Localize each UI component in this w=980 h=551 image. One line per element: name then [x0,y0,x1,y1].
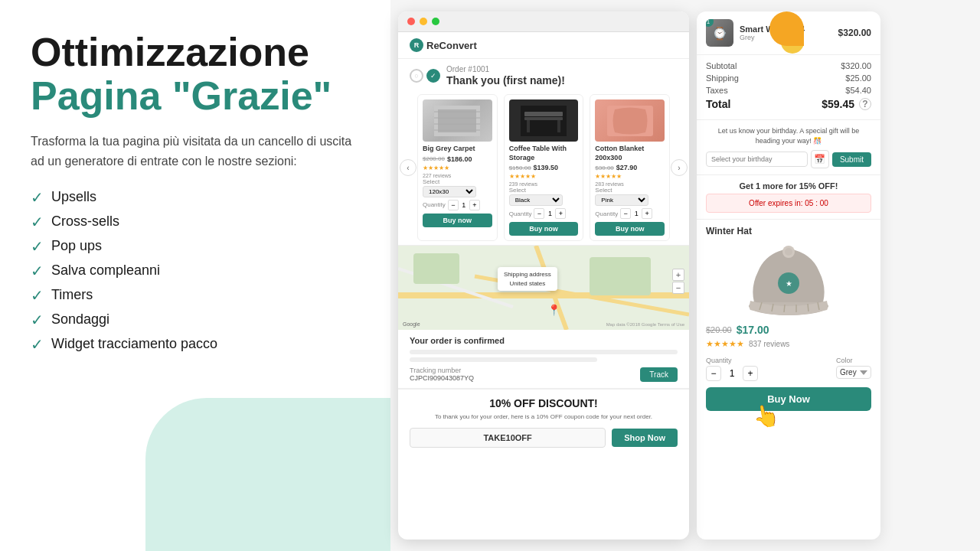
svg-rect-10 [524,112,563,116]
orange-decoration [769,11,804,46]
order-info-group: Order #1001 Thank you (first name)! [446,65,565,86]
blanket-qty-plus[interactable]: + [642,208,652,219]
product-prices-blanket: $30.00 $27.90 [595,164,665,171]
blanket-qty-minus[interactable]: − [620,208,631,219]
blanket-qty-row: Quantity − 1 + [595,208,665,219]
birthday-submit-btn[interactable]: Submit [832,152,871,167]
step-2: ✓ [426,69,440,83]
hat-qty-label: Quantity [706,357,758,364]
product-prices-carpet: $200.00 $186.00 [423,155,492,163]
rc-logo: R ReConvert [410,38,477,52]
left-content: Ottimizzazione Pagina "Grazie" Trasforma… [31,31,360,354]
map-tooltip-line1: Shipping address [504,270,551,279]
svg-line-24 [808,304,808,311]
taxes-row: Taxes $54.40 [706,86,871,95]
tracking-row: Tracking number CJPCI909043087YQ Track [410,367,678,382]
blanket-price-new: $27.90 [616,164,638,171]
feature-item: ✓Timers [31,286,360,305]
product-carousel: ‹ › [398,90,689,246]
product-name-carpet: Big Grey Carpet [423,145,492,154]
carpet-select: Select 120x30 [423,178,492,197]
total-row: Total $59.45 ? [706,98,871,110]
carpet-qty-plus[interactable]: + [469,200,480,210]
svg-rect-9 [557,120,560,132]
tracking-number: CJPCI909043087YQ [410,374,474,382]
product-card-table: Coffee Table With Storage $150.00 $139.5… [504,94,584,241]
carousel-right-btn[interactable]: › [671,159,688,176]
feature-text: Timers [51,287,93,303]
birthday-section: Let us know your birthday. A special gif… [697,120,880,175]
hat-rating-row: ★★★★★ 837 reviews [706,339,871,349]
check-icon: ✓ [31,311,44,329]
table-qty-label: Quantity [509,210,532,217]
hat-buy-button[interactable]: Buy Now [706,387,871,411]
order-confirmed-section: Your order is confirmed Tracking number … [398,330,689,389]
sidebar-totals: Subtotal $320.00 Shipping $25.00 Taxes $… [697,55,880,120]
map-bg: Shipping address United states 📍 + − Goo… [398,246,689,330]
check-icon: ✓ [31,237,44,256]
hat-qty-minus[interactable]: − [706,366,721,381]
shipping-label: Shipping [706,73,739,83]
offer-expires: Offer expires in: 05 : 00 [706,194,871,213]
hat-qty-plus[interactable]: + [743,366,758,381]
hat-qty-group: Quantity − 1 + [706,357,758,381]
heading-teal: Pagina "Grazie" [31,74,360,118]
table-qty-plus[interactable]: + [555,208,566,219]
svg-rect-17 [413,253,459,284]
calendar-button[interactable]: 📅 [811,150,829,168]
subtotal-row: Subtotal $320.00 [706,61,871,70]
table-qty-controls: − 1 + [534,208,566,219]
upsell-text: Get 1 more for 15% OFF! [706,181,871,191]
table-buy-btn[interactable]: Buy now [509,222,579,236]
track-button[interactable]: Track [640,367,678,382]
feature-text: Pop ups [51,238,102,254]
subtitle: Trasforma la tua pagina più visitata da … [31,132,352,171]
discount-subtitle: To thank you for your order, here is a 1… [410,412,678,421]
feature-text: Salva compleanni [51,262,160,279]
table-qty-val: 1 [546,210,554,217]
blanket-select-input[interactable]: Pink [595,194,648,206]
check-icon: ✓ [31,286,44,305]
svg-rect-7 [524,117,563,120]
carpet-select-input[interactable]: 120x30 [423,186,476,197]
svg-rect-8 [527,120,530,132]
product-img-blanket [595,99,665,142]
blanket-buy-btn[interactable]: Buy now [595,222,665,236]
subtotal-label: Subtotal [706,61,737,70]
birthday-input[interactable] [706,152,808,167]
map-section: Shipping address United states 📍 + − Goo… [398,246,689,330]
map-zoom-out[interactable]: − [672,282,684,294]
shop-now-button[interactable]: Shop Now [612,429,678,447]
table-select: Select Black [509,187,579,206]
hat-color-select[interactable]: Grey [836,366,871,379]
carpet-qty-label: Quantity [423,201,446,208]
carpet-price-new: $186.00 [447,155,472,163]
table-qty-minus[interactable]: − [534,208,544,219]
hat-qty-val: 1 [724,368,740,379]
product-prices-table: $150.00 $139.50 [509,164,579,171]
heading-black: Ottimizzazione [31,31,360,74]
shipping-row: Shipping $25.00 [706,73,871,83]
browser-mock: R ReConvert ○ ✓ Order #1001 Thank you (f… [398,11,689,540]
carousel-left-btn[interactable]: ‹ [400,159,416,176]
total-label: Total [706,98,730,110]
feature-text: Widget tracciamento pacco [51,336,217,352]
map-pin: 📍 [547,304,560,316]
table-select-input[interactable]: Black [509,194,563,206]
blanket-qty-controls: − 1 + [620,208,652,219]
feature-text: Cross-sells [51,214,119,230]
product-card-blanket: Cotton Blanket 200x300 $30.00 $27.90 ★★★… [590,94,670,241]
item-price: $320.00 [838,28,871,38]
table-price-old: $150.00 [509,165,531,171]
map-credits: Map data ©2018 Google Terms of Use [606,322,684,327]
svg-rect-1 [438,109,476,132]
carpet-select-label: Select [423,178,492,185]
map-zoom-in[interactable]: + [672,269,684,281]
carpet-buy-btn[interactable]: Buy now [423,214,492,227]
carpet-qty-minus[interactable]: − [448,200,459,210]
tracking-info: Tracking number CJPCI909043087YQ [410,367,474,382]
discount-section: 10% OFF DISCOUNT! To thank you for your … [398,389,689,455]
carpet-reviews: 227 reviews [423,173,492,178]
upsell-banner: Get 1 more for 15% OFF! Offer expires in… [697,175,880,220]
subtotal-value: $320.00 [841,61,871,70]
